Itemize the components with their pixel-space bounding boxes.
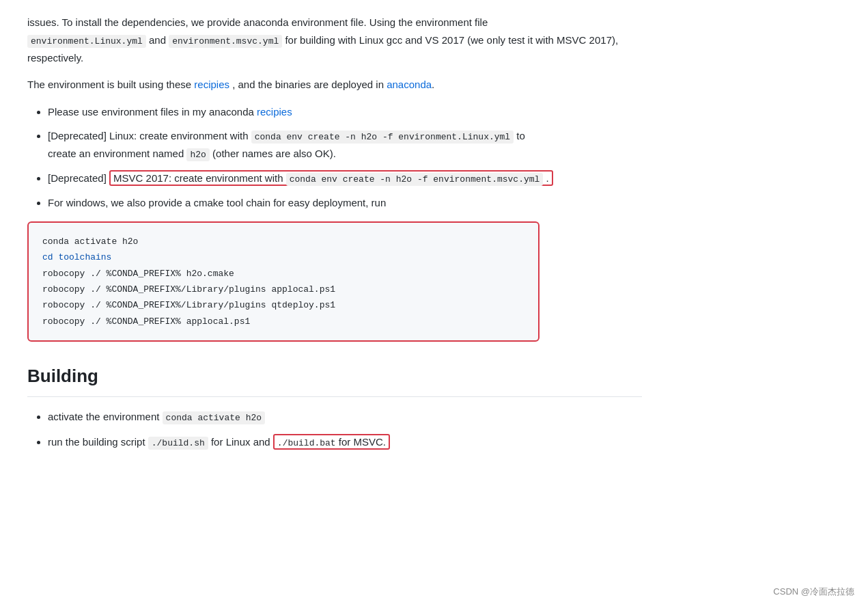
code-block: conda activate h2ocd toolchainsrobocopy … bbox=[27, 221, 540, 342]
code-line: robocopy ./ %CONDA_PREFIX% h2o.cmake bbox=[42, 266, 524, 282]
intro-paragraph: issues. To install the dependencies, we … bbox=[27, 14, 642, 66]
main-content: issues. To install the dependencies, we … bbox=[27, 14, 642, 451]
build-sh-code: ./build.sh bbox=[148, 437, 208, 450]
building-list: activate the environment conda activate … bbox=[48, 408, 642, 450]
building-heading: Building bbox=[27, 361, 642, 397]
anaconda-link[interactable]: anaconda bbox=[387, 79, 432, 90]
list-item-3: [Deprecated] MSVC 2017: create environme… bbox=[48, 169, 642, 187]
code-line: robocopy ./ %CONDA_PREFIX%/Library/plugi… bbox=[42, 297, 524, 313]
h2o-code: h2o bbox=[186, 148, 209, 161]
linux-env-code: conda env create -n h2o -f environment.L… bbox=[251, 131, 514, 144]
building-list-item-2: run the building script ./build.sh for L… bbox=[48, 433, 642, 451]
deprecated-msvc-box: MSVC 2017: create environment with conda… bbox=[109, 170, 553, 186]
building-list-item-1: activate the environment conda activate … bbox=[48, 408, 642, 426]
msvc-env-code: conda env create -n h2o -f environment.m… bbox=[286, 173, 544, 186]
activate-code: conda activate h2o bbox=[163, 411, 265, 424]
code-line: robocopy ./ %CONDA_PREFIX%/Library/plugi… bbox=[42, 282, 524, 297]
code-line: robocopy ./ %CONDA_PREFIX% applocal.ps1 bbox=[42, 314, 524, 329]
list-item-4: For windows, we also provide a cmake too… bbox=[48, 194, 642, 212]
build-bat-box: ./build.bat for MSVC. bbox=[273, 434, 390, 450]
code-line: conda activate h2o bbox=[42, 234, 524, 249]
main-list: Please use environment files in my anaco… bbox=[48, 103, 642, 212]
code-line: cd toolchains bbox=[42, 249, 524, 265]
list-item-2: [Deprecated] Linux: create environment w… bbox=[48, 127, 642, 163]
env-paragraph: The environment is built using these rec… bbox=[27, 76, 642, 94]
build-bat-code: ./build.bat bbox=[277, 438, 336, 448]
linux-yml-code: environment.Linux.yml bbox=[27, 35, 146, 48]
msvc-yml-code: environment.msvc.yml bbox=[169, 35, 282, 48]
recipies-link-1[interactable]: recipies bbox=[194, 79, 229, 90]
list-item-1: Please use environment files in my anaco… bbox=[48, 103, 642, 121]
recipies-link-2[interactable]: recipies bbox=[257, 106, 292, 118]
